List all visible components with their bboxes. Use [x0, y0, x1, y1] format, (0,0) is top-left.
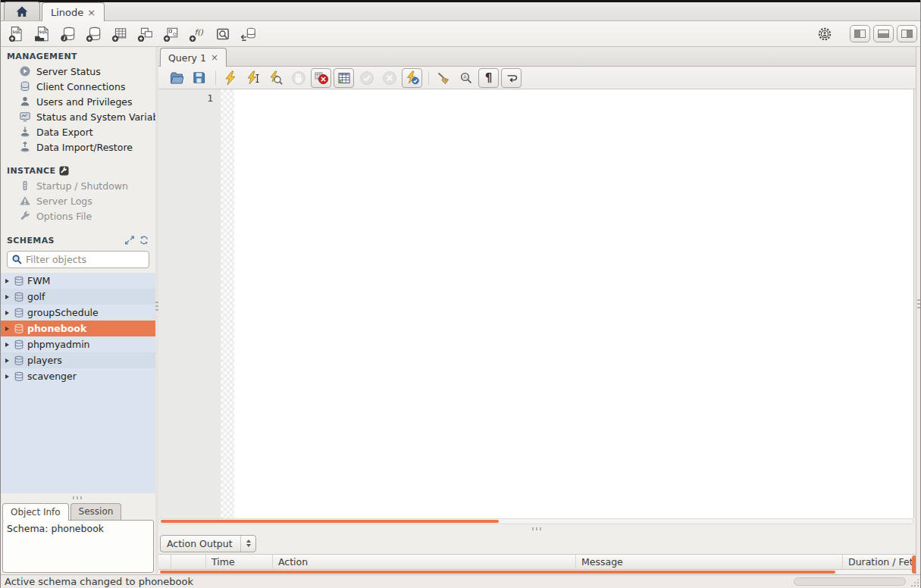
toggle-stop-on-error-button[interactable]: [311, 68, 331, 88]
expander-icon[interactable]: [5, 327, 9, 331]
create-view-button[interactable]: [134, 23, 157, 45]
toggle-bottom-panel-button[interactable]: [873, 25, 894, 42]
open-script-button[interactable]: [166, 68, 186, 88]
sql-editor[interactable]: 1: [158, 89, 914, 518]
explain-magnifier-icon: [268, 70, 284, 86]
beautify-script-button[interactable]: [433, 68, 453, 88]
tab-session[interactable]: Session: [70, 503, 122, 520]
column-index[interactable]: [171, 555, 205, 569]
rollback-transaction-button[interactable]: [379, 68, 399, 88]
column-message[interactable]: Message: [575, 555, 842, 569]
tab-object-info[interactable]: Object Info: [2, 503, 69, 521]
tab-query-1[interactable]: Query 1 ×: [160, 48, 227, 67]
query-tab-bar: Query 1 ×: [158, 47, 916, 67]
svg-text:A: A: [463, 74, 467, 80]
users-icon: [19, 95, 31, 108]
dropdown-spinner-icon[interactable]: [240, 536, 255, 552]
right-panel-splitter[interactable]: [916, 47, 921, 574]
expander-icon[interactable]: [5, 358, 9, 363]
limit-rows-button[interactable]: [334, 68, 354, 88]
schema-item[interactable]: players: [1, 352, 155, 368]
admin-preferences-icon: [817, 27, 832, 42]
create-stored-procedure-button[interactable]: [160, 23, 183, 45]
create-schema-icon: [86, 26, 102, 42]
schema-item[interactable]: groupSchedule: [1, 305, 155, 321]
toggle-word-wrap-button[interactable]: [501, 68, 522, 88]
resize-grip-icon[interactable]: [910, 577, 920, 586]
execute-current-statement-button[interactable]: [243, 68, 263, 88]
svg-text:SQL: SQL: [39, 30, 48, 34]
schema-list: FWM golf groupSchedule phonebook php: [1, 273, 155, 493]
expander-icon[interactable]: [5, 295, 9, 299]
column-action[interactable]: Action: [272, 555, 575, 569]
status-scrollbar-thumb[interactable]: [794, 577, 906, 586]
new-sql-tab-button[interactable]: SQL: [5, 23, 28, 45]
rollback-x-icon: [382, 70, 397, 86]
create-schema-button[interactable]: [83, 23, 105, 45]
sidebar: MANAGEMENT Server Status Client Connecti…: [1, 47, 155, 574]
sidebar-item-users-privileges[interactable]: Users and Privileges: [1, 94, 155, 109]
execute-statement-button[interactable]: [220, 68, 240, 88]
sidebar-item-server-status[interactable]: Server Status: [1, 64, 155, 79]
schema-name: groupSchedule: [27, 307, 99, 318]
schema-item[interactable]: scavenger: [1, 368, 155, 384]
sidebar-item-options-file[interactable]: Options File: [1, 208, 155, 224]
sidebar-item-client-connections[interactable]: Client Connections: [1, 79, 155, 94]
toggle-left-panel-button[interactable]: [850, 25, 870, 42]
sidebar-item-startup-shutdown[interactable]: Startup / Shutdown: [1, 178, 155, 193]
query-tab-close-icon[interactable]: ×: [211, 52, 218, 63]
sidebar-item-status-system-variables[interactable]: Status and System Variables: [1, 109, 155, 124]
save-script-button[interactable]: [189, 68, 209, 88]
schema-item[interactable]: FWM: [1, 273, 155, 289]
expander-icon[interactable]: [5, 374, 9, 379]
editor-horizontal-scrollbar[interactable]: [158, 518, 914, 524]
database-icon: [14, 292, 24, 302]
pilcrow-icon: ¶: [485, 71, 493, 85]
expand-icon[interactable]: [124, 235, 135, 246]
open-sql-script-button[interactable]: SQL: [31, 23, 54, 45]
toggle-autocommit-button[interactable]: [402, 68, 422, 88]
commit-transaction-button[interactable]: [356, 68, 377, 88]
scrollbar-thumb[interactable]: [161, 520, 499, 523]
editor-output-splitter[interactable]: [158, 524, 916, 533]
toggle-invisible-characters-button[interactable]: ¶: [478, 68, 499, 88]
explain-plan-button[interactable]: [265, 68, 286, 88]
stop-execution-button[interactable]: [288, 68, 309, 88]
toggle-right-panel-button[interactable]: [897, 25, 917, 42]
admin-preferences-button[interactable]: [813, 23, 836, 45]
sql-text-area[interactable]: [234, 89, 913, 518]
database-icon: [14, 339, 24, 350]
status-text: Active schema changed to phonebook: [5, 576, 193, 587]
sidebar-item-server-logs[interactable]: Server Logs: [1, 193, 155, 208]
create-table-button[interactable]: [108, 23, 131, 45]
column-time[interactable]: Time: [205, 555, 272, 569]
scrollbar-thumb[interactable]: [160, 571, 835, 574]
schema-filter-input[interactable]: [26, 254, 145, 265]
search-table-data-button[interactable]: [211, 23, 234, 45]
sidebar-item-data-export[interactable]: Data Export: [1, 124, 155, 139]
connection-tab-linode[interactable]: Linode ×: [42, 2, 105, 21]
sidebar-item-data-import[interactable]: Data Import/Restore: [1, 139, 155, 155]
mysql-workbench-window: Linode × SQL SQL i f(): [0, 0, 921, 588]
expander-icon[interactable]: [5, 279, 9, 283]
schema-item[interactable]: golf: [1, 289, 155, 305]
column-status-icon[interactable]: [158, 555, 171, 569]
database-icon: [14, 308, 24, 318]
home-tab[interactable]: [4, 2, 40, 20]
reconnect-dbms-button[interactable]: [237, 23, 260, 45]
connection-tab-label: Linode: [51, 7, 83, 18]
find-button[interactable]: A: [456, 68, 476, 88]
sidebar-splitter[interactable]: [1, 493, 155, 502]
expander-icon[interactable]: [5, 311, 9, 315]
expander-icon[interactable]: [5, 342, 9, 347]
output-selector-bar: Action Output: [158, 533, 916, 554]
create-function-button[interactable]: f(): [186, 23, 208, 45]
output-type-dropdown[interactable]: Action Output: [160, 535, 256, 552]
database-inspector-button[interactable]: i: [57, 23, 80, 45]
connection-tab-close-icon[interactable]: ×: [87, 7, 96, 18]
refresh-icon[interactable]: [139, 235, 149, 246]
column-duration-fetch[interactable]: Duration / Fetch: [842, 555, 916, 569]
schema-item[interactable]: phonebook: [1, 321, 155, 336]
schema-item[interactable]: phpmyadmin: [1, 336, 155, 352]
schemas-section-title: SCHEMAS: [1, 232, 155, 248]
